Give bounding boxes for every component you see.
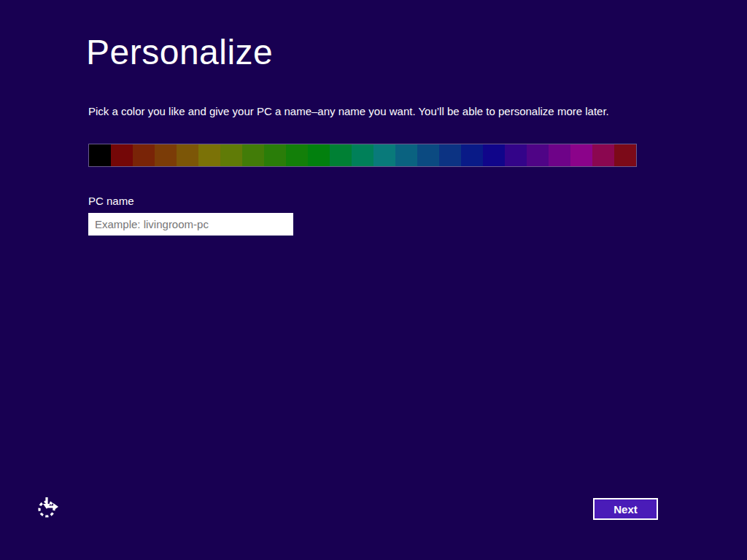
pc-name-input[interactable] <box>88 213 293 236</box>
color-swatch[interactable] <box>549 144 570 166</box>
color-swatch[interactable] <box>352 144 374 166</box>
next-button[interactable]: Next <box>593 498 658 520</box>
color-swatch[interactable] <box>614 144 636 166</box>
color-swatch[interactable] <box>155 144 177 166</box>
color-swatch[interactable] <box>286 144 308 166</box>
color-swatch[interactable] <box>395 144 417 166</box>
color-swatch[interactable] <box>111 144 133 166</box>
color-swatch[interactable] <box>308 144 330 166</box>
color-swatch[interactable] <box>527 144 549 166</box>
intro-text: Pick a color you like and give your PC a… <box>88 105 609 117</box>
color-swatch[interactable] <box>330 144 352 166</box>
color-swatch[interactable] <box>133 144 155 166</box>
color-slider[interactable] <box>88 144 637 167</box>
color-swatch[interactable] <box>177 144 198 166</box>
color-swatch[interactable] <box>439 144 461 166</box>
pc-name-label: PC name <box>88 195 134 207</box>
color-swatch[interactable] <box>89 144 111 166</box>
ease-of-access-button[interactable] <box>36 496 60 519</box>
color-swatch[interactable] <box>220 144 242 166</box>
color-swatch[interactable] <box>417 144 439 166</box>
color-swatch[interactable] <box>483 144 505 166</box>
color-swatch[interactable] <box>198 144 220 166</box>
color-swatch[interactable] <box>374 144 395 166</box>
color-swatch[interactable] <box>242 144 264 166</box>
page-title: Personalize <box>86 34 273 72</box>
color-swatch[interactable] <box>461 144 483 166</box>
color-swatch[interactable] <box>570 144 592 166</box>
personalize-screen: { "window": { "background_color": "#1800… <box>0 0 747 560</box>
color-swatch[interactable] <box>264 144 286 166</box>
color-swatch[interactable] <box>592 144 614 166</box>
ease-of-access-icon <box>36 510 60 521</box>
color-swatch[interactable] <box>505 144 527 166</box>
